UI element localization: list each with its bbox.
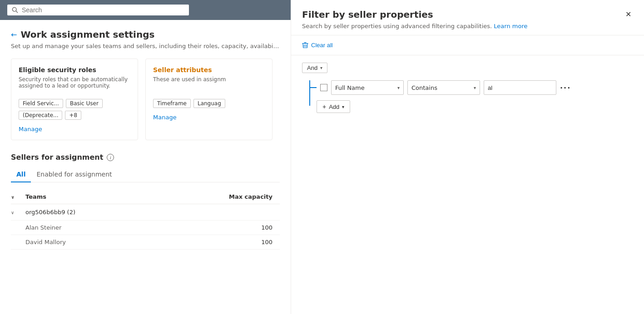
- card-tags-2: Timeframe Languag: [153, 99, 265, 108]
- close-button[interactable]: ✕: [624, 9, 633, 20]
- cards-row: Eligible security roles Security roles t…: [11, 59, 280, 140]
- clear-all-label: Clear all: [311, 42, 333, 49]
- field-select[interactable]: Full Name ▾: [331, 80, 404, 95]
- panel-title-row: Filter by seller properties ✕: [302, 9, 633, 20]
- and-chevron-icon: ▾: [320, 65, 322, 70]
- table-row: Alan Steiner 100: [11, 221, 280, 235]
- panel-header: Filter by seller properties ✕ Search by …: [291, 0, 644, 35]
- add-button[interactable]: + Add ▾: [317, 100, 350, 113]
- panel-toolbar: Clear all: [291, 35, 644, 55]
- seller-attributes-card: Seller attributes These are used in assi…: [145, 59, 272, 140]
- search-bar: [0, 0, 291, 20]
- tag-basic-user: Basic User: [66, 99, 103, 108]
- operator-select[interactable]: Contains ▾: [407, 80, 480, 95]
- info-icon[interactable]: i: [107, 154, 114, 161]
- filter-panel: Filter by seller properties ✕ Search by …: [291, 0, 644, 314]
- field-select-chevron-icon: ▾: [397, 85, 400, 90]
- seller-name-1: Alan Steiner: [25, 224, 225, 231]
- group-expand: ∨: [11, 209, 25, 216]
- tab-all[interactable]: All: [11, 167, 31, 182]
- eligible-security-roles-card: Eligible security roles Security roles t…: [11, 59, 138, 140]
- tabs-row: All Enabled for assignment: [11, 167, 280, 182]
- table-header: ∨ Teams Max capacity: [11, 190, 280, 204]
- card-tags-1: Field Servic... Basic User (Deprecate...…: [19, 99, 130, 120]
- back-button[interactable]: ←: [11, 30, 17, 39]
- tag-language: Languag: [193, 99, 225, 108]
- expand-col: ∨: [11, 193, 25, 200]
- add-chevron-icon: ▾: [342, 104, 344, 109]
- header-chevron-icon[interactable]: ∨: [11, 195, 15, 200]
- field-select-value: Full Name: [335, 84, 365, 91]
- back-nav: ← Work assignment settings: [11, 29, 280, 40]
- sellers-section: Sellers for assignment i All Enabled for…: [11, 153, 280, 250]
- filter-clear-icon: [302, 42, 308, 49]
- and-label: And: [307, 64, 317, 71]
- main-content: ← Work assignment settings Set up and ma…: [0, 20, 291, 314]
- card-title-2: Seller attributes: [153, 66, 265, 74]
- sellers-title: Sellers for assignment: [11, 153, 103, 162]
- left-panel: ← Work assignment settings Set up and ma…: [0, 0, 291, 314]
- manage-link-1[interactable]: Manage: [19, 126, 42, 132]
- panel-desc-text: Search by seller properties using advanc…: [302, 23, 492, 29]
- connector: [309, 80, 317, 95]
- learn-more-link[interactable]: Learn more: [494, 23, 527, 29]
- tag-field-service: Field Servic...: [19, 99, 63, 108]
- col-teams-header: Teams: [25, 193, 225, 200]
- panel-desc: Search by seller properties using advanc…: [302, 23, 633, 29]
- card-title-1: Eligible security roles: [19, 66, 130, 74]
- seller-capacity-2: 100: [225, 239, 280, 245]
- operator-select-value: Contains: [411, 84, 437, 91]
- tag-more: +8: [65, 111, 81, 120]
- group-chevron-icon[interactable]: ∨: [11, 210, 14, 215]
- group-row: ∨ org506b6bb9 (2): [11, 204, 280, 221]
- add-row-wrap: + Add ▾: [302, 100, 633, 113]
- search-input-wrap[interactable]: [7, 5, 189, 15]
- manage-link-2[interactable]: Manage: [153, 114, 177, 121]
- card-desc-1: Security roles that can be automatically…: [19, 76, 130, 93]
- clear-all-button[interactable]: Clear all: [302, 40, 333, 50]
- search-input[interactable]: [22, 6, 184, 14]
- filter-checkbox[interactable]: [320, 84, 327, 91]
- filter-row: Full Name ▾ Contains ▾ ···: [302, 80, 633, 95]
- col-capacity-header: Max capacity: [225, 193, 280, 200]
- search-icon: [12, 7, 18, 13]
- and-badge[interactable]: And ▾: [302, 63, 327, 73]
- seller-name-2: David Mallory: [25, 239, 225, 245]
- tag-timeframe: Timeframe: [153, 99, 191, 108]
- svg-line-1: [16, 11, 18, 13]
- card-desc-2: These are used in assignm: [153, 76, 265, 93]
- add-icon: +: [322, 103, 326, 110]
- tag-deprecated: (Deprecate...: [19, 111, 62, 120]
- table-row: David Mallory 100: [11, 235, 280, 250]
- group-name: org506b6bb9 (2): [25, 209, 280, 216]
- sellers-title-row: Sellers for assignment i: [11, 153, 280, 162]
- filter-value-input[interactable]: [484, 80, 556, 95]
- panel-title: Filter by seller properties: [302, 9, 433, 20]
- tab-enabled[interactable]: Enabled for assignment: [31, 167, 117, 182]
- add-label: Add: [329, 103, 339, 110]
- more-options-button[interactable]: ···: [560, 83, 571, 92]
- seller-capacity-1: 100: [225, 224, 280, 231]
- panel-body: And ▾ Full Name ▾ Contains ▾: [291, 55, 644, 314]
- operator-select-chevron-icon: ▾: [474, 85, 476, 90]
- page-subtitle: Set up and manage your sales teams and s…: [11, 43, 280, 49]
- page-title: Work assignment settings: [20, 29, 154, 40]
